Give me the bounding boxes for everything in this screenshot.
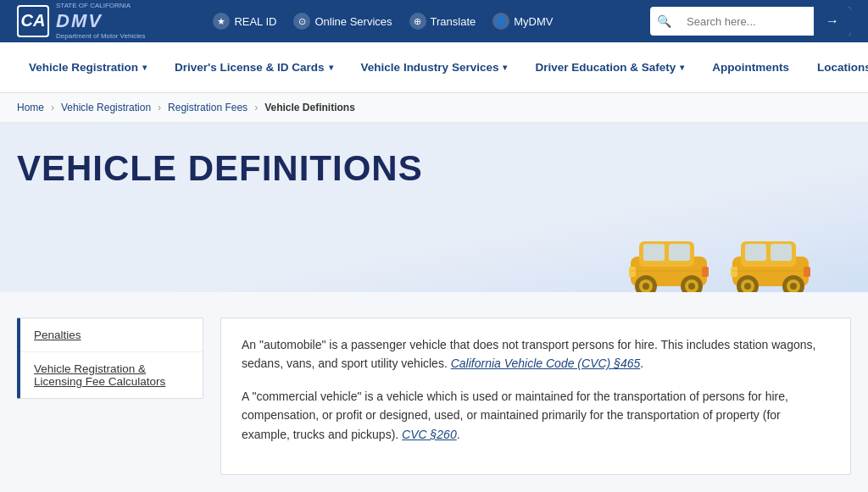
chevron-down-icon: ▾	[503, 63, 507, 72]
sidebar-item-vehicle-reg-licensing[interactable]: Vehicle Registration & Licensing Fee Cal…	[20, 352, 203, 398]
svg-rect-3	[669, 244, 690, 261]
automobile-paragraph: An "automobile" is a passenger vehicle t…	[242, 335, 830, 373]
main-nav: Vehicle Registration ▾ Driver's License …	[0, 42, 868, 93]
dept-label: Department of Motor Vehicles	[56, 32, 145, 41]
cvc-465-link[interactable]: California Vehicle Code (CVC) §465	[451, 357, 641, 370]
svg-point-19	[744, 283, 751, 290]
dmv-logo: STATE OF CALIFORNIA DMV Department of Mo…	[56, 2, 145, 41]
nav-item-appointments[interactable]: Appointments	[700, 42, 801, 93]
page-title: VEHICLE DEFINITIONS	[17, 148, 483, 189]
main-content: An "automobile" is a passenger vehicle t…	[220, 318, 851, 475]
commercial-vehicle-paragraph: A "commercial vehicle" is a vehicle whic…	[242, 387, 830, 444]
nav-item-vehicle-registration[interactable]: Vehicle Registration ▾	[17, 42, 159, 93]
nav-item-locations[interactable]: Locations	[805, 42, 868, 93]
online-services-link[interactable]: ⊙ Online Services	[293, 13, 392, 30]
svg-rect-15	[745, 244, 766, 261]
top-bar-links: ★ REAL ID ⊙ Online Services ⊕ Translate …	[213, 13, 633, 30]
ca-state-logo: CA	[17, 5, 49, 37]
svg-rect-10	[629, 267, 636, 277]
state-label: STATE OF CALIFORNIA	[56, 2, 145, 10]
car-1-icon	[622, 224, 715, 292]
breadcrumb-separator: ›	[254, 102, 258, 113]
top-bar: CA STATE OF CALIFORNIA DMV Department of…	[0, 0, 868, 42]
car-2-icon	[724, 224, 817, 292]
dmv-text: DMV	[56, 10, 145, 32]
nav-item-vehicle-industry[interactable]: Vehicle Industry Services ▾	[349, 42, 520, 93]
breadcrumb-home[interactable]: Home	[17, 102, 44, 113]
sidebar: Penalties Vehicle Registration & Licensi…	[17, 318, 203, 475]
search-icon: 🔍	[650, 14, 678, 28]
breadcrumb-separator: ›	[158, 102, 161, 113]
svg-rect-16	[771, 244, 792, 261]
breadcrumb-separator: ›	[51, 102, 54, 113]
chevron-down-icon: ▾	[680, 63, 684, 72]
sidebar-item-penalties[interactable]: Penalties	[20, 318, 203, 352]
search-button[interactable]: →	[814, 7, 851, 36]
svg-point-6	[643, 283, 649, 290]
breadcrumb: Home › Vehicle Registration › Registrati…	[0, 93, 868, 123]
nav-item-driver-education[interactable]: Driver Education & Safety ▾	[523, 42, 696, 93]
hero-section: VEHICLE DEFINITIONS	[0, 123, 868, 292]
svg-point-22	[790, 283, 797, 290]
star-icon: ★	[213, 13, 230, 30]
cvc-260-link[interactable]: CVC §260	[402, 428, 457, 441]
hero-cars-illustration	[622, 224, 817, 292]
logo-area: CA STATE OF CALIFORNIA DMV Department of…	[17, 2, 145, 41]
search-bar: 🔍 →	[650, 7, 851, 36]
mydmv-link[interactable]: 👤 MyDMV	[492, 13, 553, 30]
circle-icon: ⊙	[293, 13, 310, 30]
svg-point-9	[688, 283, 695, 290]
svg-rect-11	[702, 267, 709, 277]
globe-icon: ⊕	[409, 13, 426, 30]
svg-rect-23	[731, 267, 737, 277]
svg-rect-2	[643, 244, 665, 261]
breadcrumb-vehicle-registration[interactable]: Vehicle Registration	[61, 102, 151, 113]
person-icon: 👤	[492, 13, 509, 30]
breadcrumb-registration-fees[interactable]: Registration Fees	[168, 102, 248, 113]
nav-item-drivers-license[interactable]: Driver's License & ID Cards ▾	[163, 42, 345, 93]
content-area: Penalties Vehicle Registration & Licensi…	[0, 292, 868, 492]
breadcrumb-current: Vehicle Definitions	[264, 102, 355, 113]
search-input[interactable]	[678, 15, 814, 28]
real-id-link[interactable]: ★ REAL ID	[213, 13, 276, 30]
chevron-down-icon: ▾	[142, 63, 147, 72]
chevron-down-icon: ▾	[329, 63, 333, 72]
svg-rect-24	[804, 267, 810, 277]
translate-link[interactable]: ⊕ Translate	[409, 13, 476, 30]
sidebar-nav: Penalties Vehicle Registration & Licensi…	[17, 318, 203, 399]
